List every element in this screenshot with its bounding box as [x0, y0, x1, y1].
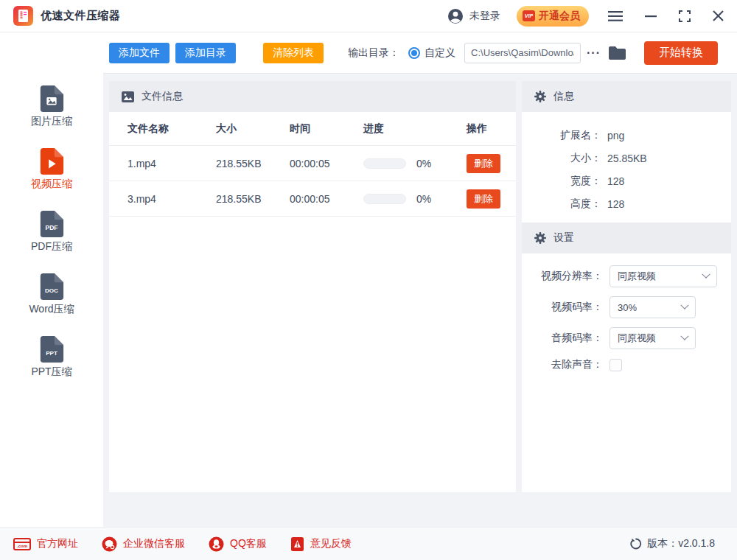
app-window: 优速文件压缩器 未登录 VIP 开通会员 — [0, 0, 737, 560]
custom-output-radio[interactable] — [408, 47, 420, 59]
svg-text:PDF: PDF — [45, 224, 57, 231]
menu-icon[interactable] — [608, 11, 623, 21]
official-website-link[interactable]: .com 官方网址 — [13, 537, 78, 550]
svg-text:DOC: DOC — [45, 287, 58, 294]
resolution-label: 视频分辨率： — [522, 270, 603, 283]
sidebar-item-label: Word压缩 — [29, 303, 74, 316]
info-label-height: 高度： — [522, 197, 601, 211]
cell-size: 218.55KB — [216, 158, 290, 169]
gear-icon — [534, 232, 546, 244]
sidebar-item-word-compress[interactable]: DOC Word压缩 — [0, 273, 103, 316]
doc-file-icon: DOC — [39, 273, 64, 300]
chevron-down-icon — [702, 270, 710, 279]
ppt-file-icon: PPT — [39, 336, 64, 363]
qq-icon — [209, 536, 224, 552]
user-avatar-icon[interactable] — [447, 8, 464, 24]
sidebar-item-label: PPT压缩 — [31, 365, 71, 379]
progress-percent: 0% — [416, 193, 431, 205]
info-header: 信息 — [522, 81, 731, 112]
add-directory-button[interactable]: 添加目录 — [175, 43, 236, 63]
browse-more-button[interactable]: ··· — [587, 46, 601, 60]
delete-button[interactable]: 删除 — [467, 189, 500, 209]
wecom-support-link[interactable]: 企业微信客服 — [102, 536, 185, 552]
start-convert-button[interactable]: 开始转换 — [644, 41, 718, 65]
audio-bitrate-select[interactable]: 同原视频 — [609, 327, 696, 349]
info-value-ext: png — [607, 130, 624, 141]
progress-percent: 0% — [416, 158, 431, 169]
sidebar-item-pdf-compress[interactable]: PDF PDF压缩 — [0, 211, 103, 253]
settings-title: 设置 — [553, 231, 574, 245]
qq-support-link[interactable]: QQ客服 — [209, 536, 267, 552]
close-icon[interactable] — [713, 10, 724, 21]
chevron-down-icon — [680, 301, 688, 309]
chevron-down-icon — [680, 332, 688, 340]
info-value-size: 25.85KB — [607, 153, 647, 164]
custom-output-label: 自定义 — [425, 46, 455, 60]
col-progress: 进度 — [363, 122, 467, 136]
resolution-select[interactable]: 同原视频 — [609, 265, 717, 287]
info-title: 信息 — [553, 90, 574, 103]
add-file-button[interactable]: 添加文件 — [109, 43, 170, 63]
cell-filename: 1.mp4 — [128, 158, 216, 169]
output-path-input[interactable] — [464, 43, 581, 63]
info-label-ext: 扩展名： — [522, 129, 601, 142]
delete-button[interactable]: 删除 — [467, 154, 500, 173]
progress-bar — [363, 194, 406, 204]
cell-progress: 0% — [363, 158, 467, 169]
file-info-header: 文件信息 — [109, 81, 516, 112]
version-label: 版本：v2.0.1.8 — [647, 537, 715, 550]
video-file-icon — [39, 148, 64, 175]
titlebar: 优速文件压缩器 未登录 VIP 开通会员 — [0, 0, 737, 32]
feedback-icon — [290, 536, 304, 552]
app-logo-icon — [13, 6, 33, 26]
cell-time: 00:00:05 — [290, 193, 363, 205]
vip-upgrade-button[interactable]: VIP 开通会员 — [517, 6, 589, 27]
sidebar-item-image-compress[interactable]: 图片压缩 — [0, 85, 103, 128]
info-label-size: 大小： — [522, 152, 601, 165]
pdf-file-icon: PDF — [39, 211, 64, 237]
info-body: 扩展名：png 大小：25.85KB 宽度：128 高度：128 — [522, 112, 731, 223]
audio-bitrate-label: 音频码率： — [522, 332, 603, 345]
website-com-icon: .com — [13, 538, 31, 550]
update-refresh-icon[interactable] — [630, 538, 642, 550]
toolbar: 添加文件 添加目录 清除列表 输出目录： 自定义 ··· 开始转换 — [103, 32, 737, 74]
clear-list-button[interactable]: 清除列表 — [263, 43, 324, 63]
sidebar-item-video-compress[interactable]: 视频压缩 — [0, 148, 103, 191]
cell-progress: 0% — [363, 193, 467, 205]
col-time: 时间 — [290, 122, 363, 136]
image-file-icon — [39, 85, 64, 112]
version-info: 版本：v2.0.1.8 — [630, 537, 715, 550]
video-bitrate-select[interactable]: 30% — [609, 296, 696, 318]
file-info-panel: 文件信息 文件名称 大小 时间 进度 操作 1.mp4 218.55KB 00:… — [109, 81, 516, 492]
gear-icon — [534, 91, 546, 102]
sidebar-item-ppt-compress[interactable]: PPT PPT压缩 — [0, 336, 103, 379]
progress-bar — [363, 158, 406, 169]
cell-time: 00:00:05 — [290, 158, 363, 169]
maximize-icon[interactable] — [679, 10, 691, 22]
col-action: 操作 — [467, 122, 516, 136]
picture-icon — [122, 91, 134, 102]
mute-label: 去除声音： — [522, 358, 603, 371]
footer: .com 官方网址 企业微信客服 QQ客服 — [0, 527, 737, 560]
table-header: 文件名称 大小 时间 进度 操作 — [109, 112, 516, 146]
sidebar: 图片压缩 视频压缩 PDF PDF压缩 DOC Word压缩 — [0, 32, 103, 527]
settings-header: 设置 — [522, 223, 731, 253]
cell-size: 218.55KB — [216, 193, 290, 205]
info-value-width: 128 — [607, 175, 624, 187]
mute-checkbox[interactable] — [609, 359, 622, 371]
login-status[interactable]: 未登录 — [469, 10, 500, 23]
open-folder-icon[interactable] — [608, 46, 626, 60]
svg-text:PPT: PPT — [46, 350, 57, 357]
wecom-chat-icon — [102, 536, 117, 552]
file-info-title: 文件信息 — [142, 90, 183, 103]
settings-body: 视频分辨率： 同原视频 视频码率： 30% 音频码率： 同原视频 — [522, 253, 731, 371]
sidebar-item-label: PDF压缩 — [31, 240, 72, 253]
feedback-link[interactable]: 意见反馈 — [290, 536, 352, 552]
app-title: 优速文件压缩器 — [41, 9, 121, 23]
sidebar-item-label: 视频压缩 — [31, 178, 72, 191]
col-size: 大小 — [216, 122, 290, 136]
vip-badge-icon: VIP — [523, 10, 535, 21]
sidebar-item-label: 图片压缩 — [31, 115, 72, 128]
minimize-icon[interactable] — [645, 11, 657, 21]
info-label-width: 宽度： — [522, 175, 601, 188]
